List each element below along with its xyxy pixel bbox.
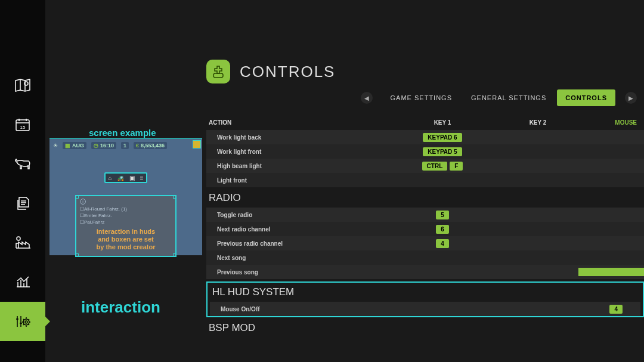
tab-general-settings[interactable]: GENERAL SETTINGS <box>463 89 555 106</box>
example-screenshot: ☀ ▦AUG ◷16:10 1 €8,553,436 ⌂ 🚜 ▣ ≡ i ☐Al… <box>49 138 202 255</box>
binding-row[interactable]: Previous song <box>206 265 644 279</box>
svg-rect-6 <box>213 73 223 78</box>
tab-controls[interactable]: CONTROLS <box>557 89 615 106</box>
binding-row[interactable]: High beam light CTRLF <box>206 159 644 173</box>
tabbar: ◀ GAME SETTINGS GENERAL SETTINGS CONTROL… <box>206 89 644 106</box>
main: CONTROLS ◀ GAME SETTINGS GENERAL SETTING… <box>45 0 644 362</box>
page-title: CONTROLS <box>240 63 335 81</box>
section-title-hlhud: HL HUD SYSTEM <box>210 285 640 302</box>
sun-icon: ☀ <box>53 143 58 148</box>
binding-row[interactable]: Next song <box>206 250 644 265</box>
map-icon <box>14 78 32 93</box>
menu-icon: ≡ <box>140 175 144 181</box>
example-month: ▦AUG <box>63 142 86 149</box>
binding-row[interactable]: Work light back KEYPAD 6 <box>206 130 644 144</box>
binding-row[interactable]: Light front <box>206 173 644 187</box>
col-action: ACTION <box>206 119 395 126</box>
svg-point-5 <box>25 321 27 323</box>
example-count: 1 <box>121 142 129 149</box>
documents-icon <box>14 195 31 212</box>
sidebar-item-animals[interactable] <box>0 144 45 184</box>
columns-header: ACTION KEY 1 KEY 2 MOUSE <box>206 115 644 131</box>
example-time: ◷16:10 <box>91 142 116 149</box>
camera-icon: ▣ <box>129 175 135 181</box>
controls-header-icon <box>206 60 230 83</box>
tractor-icon: 🚜 <box>117 175 124 181</box>
scroll-indicator <box>578 268 644 276</box>
example-toolbar: ⌂ 🚜 ▣ ≡ <box>104 172 147 183</box>
stats-icon <box>14 275 31 289</box>
tab-game-settings[interactable]: GAME SETTINGS <box>382 89 460 106</box>
example-msg: interaction in huds and boxen are set by… <box>80 228 172 251</box>
section-hl-hud: HL HUD SYSTEM Mouse On/Off 4 <box>206 281 644 317</box>
col-key2: KEY 2 <box>490 119 586 126</box>
sidebar: 15 <box>0 0 45 362</box>
binding-row[interactable]: Toggle radio 5 <box>206 208 644 222</box>
example-list: ☐All-Round Fahrz. (1) ☐Ernter Fahrz. ☐Pa… <box>80 206 172 225</box>
page-header: CONTROLS <box>206 60 335 83</box>
svg-point-3 <box>17 237 20 240</box>
example-panel: i ☐All-Round Fahrz. (1) ☐Ernter Fahrz. ☐… <box>75 195 177 257</box>
binding-row[interactable]: Previous radio channel 4 <box>206 236 644 250</box>
binding-row[interactable]: Mouse On/Off 4 <box>210 302 640 316</box>
factory-icon <box>14 235 32 250</box>
sidebar-item-contracts[interactable] <box>0 184 45 223</box>
info-icon: i <box>80 199 86 205</box>
col-mouse[interactable]: MOUSE <box>586 119 644 126</box>
home-icon: ⌂ <box>108 175 112 181</box>
sidebar-item-stats[interactable] <box>0 262 45 302</box>
col-key1: KEY 1 <box>395 119 490 126</box>
section-title-bspmod: BSP MOD <box>206 317 644 338</box>
sidebar-item-map[interactable] <box>0 66 45 105</box>
binding-row[interactable]: Work light front KEYPAD 5 <box>206 144 644 159</box>
sidebar-item-production[interactable] <box>0 223 45 262</box>
sliders-gear-icon <box>14 314 31 329</box>
section-title-radio: RADIO <box>206 187 644 208</box>
example-corner-icon <box>193 140 201 148</box>
tab-prev-arrow[interactable]: ◀ <box>361 92 373 104</box>
example-money: €8,553,436 <box>134 142 167 149</box>
example-label: screen example <box>89 128 156 138</box>
example-topbar: ☀ ▦AUG ◷16:10 1 €8,553,436 <box>49 139 202 152</box>
sidebar-item-calendar[interactable]: 15 <box>0 105 45 144</box>
cow-icon <box>13 157 32 171</box>
bindings-list: Work light back KEYPAD 6 Work light fron… <box>206 130 644 338</box>
calendar-icon: 15 <box>14 117 31 132</box>
tab-next-arrow[interactable]: ▶ <box>625 92 637 104</box>
binding-row[interactable]: Next radio channel 6 <box>206 222 644 236</box>
svg-text:15: 15 <box>20 125 26 130</box>
sidebar-item-settings[interactable] <box>0 302 45 341</box>
interaction-label: interaction <box>81 298 160 317</box>
